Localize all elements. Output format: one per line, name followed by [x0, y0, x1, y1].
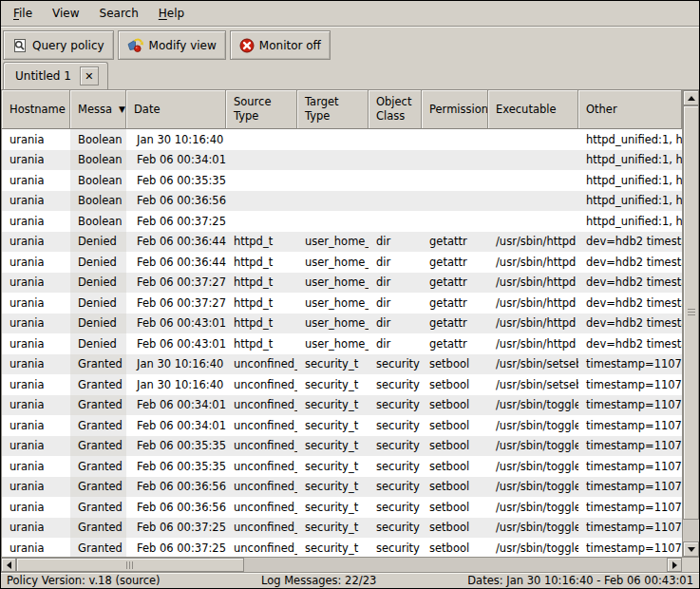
table-row[interactable]: uraniaGrantedFeb 06 00:35:35unconfined_s…	[2, 436, 682, 457]
table-row[interactable]: uraniaGrantedFeb 06 00:37:25unconfined_s…	[2, 518, 682, 539]
cell-perm	[422, 170, 488, 191]
cell-tgt: security_t	[297, 374, 369, 395]
horizontal-scrollbar[interactable]	[1, 557, 699, 572]
tab-untitled-1[interactable]: Untitled 1 ✕	[3, 62, 108, 89]
arrow-down-icon	[688, 547, 695, 552]
cell-other: dev=hdb2 timesta	[578, 314, 682, 334]
cell-msg: Boolean	[70, 150, 126, 171]
cell-cls: security	[369, 538, 422, 557]
table-row[interactable]: uraniaBooleanJan 30 10:16:40httpd_unifie…	[2, 129, 682, 150]
cell-cls: security	[369, 354, 422, 375]
column-header-label: Other	[586, 103, 617, 117]
cell-perm: getattr	[422, 293, 488, 314]
column-header-cls[interactable]: Object Class	[369, 90, 422, 129]
query-policy-button[interactable]: Query policy	[3, 30, 114, 60]
cell-date: Feb 06 00:34:01	[126, 150, 226, 171]
cell-tgt: user_home_	[297, 232, 369, 253]
cell-date: Feb 06 00:37:25	[126, 538, 226, 557]
table-row[interactable]: uraniaGrantedJan 30 10:16:40unconfined_s…	[2, 354, 682, 375]
cell-other: dev=hdb2 timesta	[578, 293, 682, 314]
table-row[interactable]: uraniaDeniedFeb 06 00:37:27httpd_tuser_h…	[2, 293, 682, 314]
table-body: uraniaBooleanJan 30 10:16:40httpd_unifie…	[2, 129, 682, 557]
cell-perm: getattr	[422, 273, 488, 294]
table-row[interactable]: uraniaBooleanFeb 06 00:35:35httpd_unifie…	[2, 170, 682, 191]
cell-cls: dir	[369, 273, 422, 294]
cell-exe	[488, 170, 578, 191]
cell-tgt	[297, 211, 369, 232]
cell-perm	[422, 191, 488, 212]
table-row[interactable]: uraniaGrantedFeb 06 00:35:35unconfined_s…	[2, 456, 682, 477]
column-header-exe[interactable]: Executable	[488, 90, 578, 129]
column-header-tgt[interactable]: Target Type	[297, 90, 369, 129]
cell-src: unconfined_	[226, 374, 297, 395]
cell-other: timestamp=11076	[578, 477, 682, 498]
cell-exe	[488, 191, 578, 212]
monitor-off-button[interactable]: Monitor off	[230, 30, 331, 60]
table-row[interactable]: uraniaDeniedFeb 06 00:36:44httpd_tuser_h…	[2, 232, 682, 253]
cell-exe	[488, 129, 578, 150]
horizontal-scrollbar-track[interactable]	[16, 558, 667, 572]
cell-src	[226, 191, 297, 212]
close-icon: ✕	[85, 71, 93, 82]
menu-file[interactable]: File	[5, 3, 41, 24]
scroll-up-button[interactable]	[683, 90, 699, 105]
cell-msg: Granted	[70, 456, 126, 477]
table-row[interactable]: uraniaBooleanFeb 06 00:37:25httpd_unifie…	[2, 211, 682, 232]
cell-host: urania	[2, 191, 70, 212]
cell-host: urania	[2, 150, 70, 171]
vertical-scrollbar[interactable]	[682, 90, 699, 557]
log-messages-status: Log Messages: 22/23	[215, 574, 423, 587]
table-row[interactable]: uraniaGrantedFeb 06 00:34:01unconfined_s…	[2, 395, 682, 416]
cell-exe: /usr/sbin/toggle	[488, 477, 578, 498]
cell-date: Jan 30 10:16:40	[126, 129, 226, 150]
vertical-scrollbar-track[interactable]	[683, 105, 699, 542]
table-row[interactable]: uraniaGrantedFeb 06 00:36:56unconfined_s…	[2, 497, 682, 518]
scroll-down-button[interactable]	[683, 542, 699, 557]
cell-perm: getattr	[422, 232, 488, 253]
scroll-left-button[interactable]	[1, 558, 16, 572]
table-row[interactable]: uraniaBooleanFeb 06 00:36:56httpd_unifie…	[2, 191, 682, 212]
modify-view-label: Modify view	[149, 39, 217, 52]
cell-host: urania	[2, 333, 70, 354]
column-header-host[interactable]: Hostname	[2, 90, 70, 129]
cell-tgt: security_t	[297, 354, 369, 375]
cell-msg: Boolean	[70, 170, 126, 191]
table-row[interactable]: uraniaGrantedFeb 06 00:34:01unconfined_s…	[2, 415, 682, 436]
column-header-other[interactable]: Other	[578, 90, 682, 129]
vertical-scrollbar-thumb[interactable]	[683, 105, 699, 520]
cell-perm: setbool	[422, 415, 488, 436]
cell-cls: dir	[369, 232, 422, 253]
cell-other: timestamp=11076	[578, 538, 682, 557]
column-header-label: Permission	[429, 103, 488, 117]
column-header-label: Object Class	[376, 95, 411, 124]
cell-other: httpd_unified:1, h	[578, 191, 682, 212]
cell-src: httpd_t	[226, 333, 297, 354]
cell-date: Feb 06 00:36:56	[126, 497, 226, 518]
cell-host: urania	[2, 232, 70, 253]
menu-help[interactable]: Help	[150, 3, 193, 24]
tab-close-button[interactable]: ✕	[80, 66, 99, 86]
table-row[interactable]: uraniaGrantedJan 30 10:16:40unconfined_s…	[2, 374, 682, 395]
cell-msg: Granted	[70, 497, 126, 518]
menu-search[interactable]: Search	[91, 3, 147, 24]
table-row[interactable]: uraniaGrantedFeb 06 00:37:25unconfined_s…	[2, 538, 682, 557]
cell-src: unconfined_	[226, 456, 297, 477]
table-row[interactable]: uraniaDeniedFeb 06 00:37:27httpd_tuser_h…	[2, 273, 682, 294]
table-row[interactable]: uraniaDeniedFeb 06 00:36:44httpd_tuser_h…	[2, 252, 682, 273]
table-row[interactable]: uraniaDeniedFeb 06 00:43:01httpd_tuser_h…	[2, 314, 682, 334]
modify-view-button[interactable]: Modify view	[118, 30, 226, 60]
column-header-perm[interactable]: Permission	[422, 90, 488, 129]
menu-view[interactable]: View	[44, 3, 87, 24]
cell-host: urania	[2, 211, 70, 232]
log-table: HostnameMessa▼DateSource TypeTarget Type…	[1, 89, 699, 557]
cell-msg: Denied	[70, 273, 126, 294]
column-header-msg[interactable]: Messa▼	[70, 90, 126, 129]
cell-host: urania	[2, 273, 70, 294]
table-row[interactable]: uraniaBooleanFeb 06 00:34:01httpd_unifie…	[2, 150, 682, 171]
scroll-right-button[interactable]	[667, 558, 682, 572]
table-row[interactable]: uraniaDeniedFeb 06 00:43:01httpd_tuser_h…	[2, 333, 682, 354]
table-row[interactable]: uraniaGrantedFeb 06 00:36:56unconfined_s…	[2, 477, 682, 498]
column-header-src[interactable]: Source Type	[226, 90, 297, 129]
column-header-date[interactable]: Date	[126, 90, 226, 129]
horizontal-scrollbar-thumb[interactable]	[16, 558, 244, 572]
